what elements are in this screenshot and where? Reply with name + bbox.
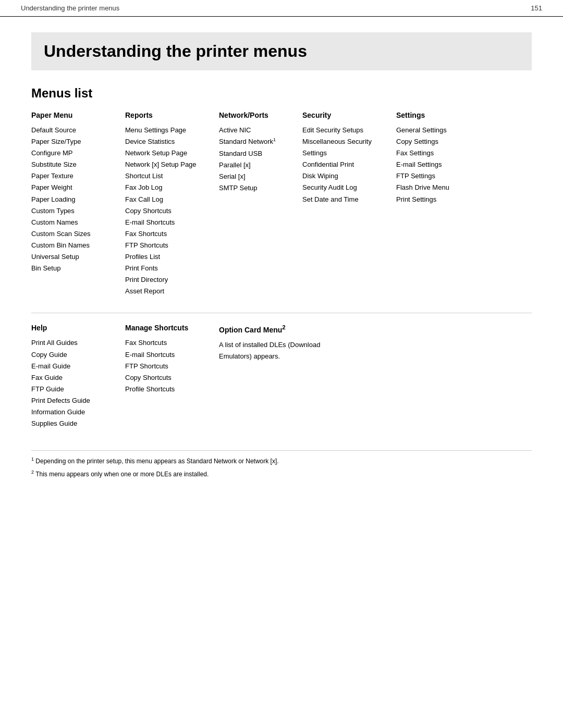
menu-item-3-1: Miscellaneous Security Settings	[302, 136, 386, 159]
menu-item-1-14: Asset Report	[125, 286, 209, 297]
menu-item-4-2: Fax Settings	[396, 147, 480, 159]
second-item-0-0: Print All Guides	[31, 337, 115, 349]
menu-item-4-3: E-mail Settings	[396, 159, 480, 170]
second-item-0-2: E-mail Guide	[31, 361, 115, 372]
chapter-title: Understanding the printer menus	[44, 42, 519, 61]
column-header-0: Paper Menu	[31, 111, 115, 119]
menu-item-0-2: Configure MP	[31, 147, 115, 159]
menu-column-2: Network/PortsActive NICStandard Network1…	[219, 111, 302, 297]
second-item-0-4: FTP Guide	[31, 384, 115, 395]
header-page-number: 151	[531, 4, 542, 12]
menus-grid: Paper MenuDefault SourcePaper Size/TypeC…	[31, 111, 532, 297]
menu-item-0-12: Bin Setup	[31, 263, 115, 274]
menu-item-0-8: Custom Names	[31, 217, 115, 228]
chapter-title-box: Understanding the printer menus	[31, 32, 532, 70]
menu-item-1-13: Print Directory	[125, 274, 209, 286]
second-item-1-3: Copy Shortcuts	[125, 372, 209, 384]
menu-item-2-5: SMTP Setup	[219, 182, 292, 194]
second-column-0: HelpPrint All GuidesCopy GuideE-mail Gui…	[31, 324, 125, 429]
header-title: Understanding the printer menus	[21, 4, 119, 12]
column-header-3: Security	[302, 111, 386, 119]
menu-item-0-11: Universal Setup	[31, 251, 115, 263]
menu-item-1-9: Fax Shortcuts	[125, 228, 209, 240]
menu-item-1-7: Copy Shortcuts	[125, 205, 209, 217]
menu-item-3-5: Set Date and Time	[302, 194, 386, 205]
menu-column-0: Paper MenuDefault SourcePaper Size/TypeC…	[31, 111, 125, 297]
menu-item-1-5: Fax Job Log	[125, 182, 209, 193]
menu-item-0-0: Default Source	[31, 125, 115, 136]
menu-item-0-4: Paper Texture	[31, 170, 115, 182]
menu-item-2-2: Standard USB	[219, 148, 292, 159]
menu-item-2-3: Parallel [x]	[219, 159, 292, 171]
second-item-1-4: Profile Shortcuts	[125, 384, 209, 395]
menu-item-4-5: Flash Drive Menu	[396, 182, 480, 193]
menu-item-1-0: Menu Settings Page	[125, 125, 209, 136]
column-header-2: Network/Ports	[219, 111, 292, 119]
column-header-1: Reports	[125, 111, 209, 119]
menu-item-1-1: Device Statistics	[125, 136, 209, 147]
page-wrapper: Understanding the printer menus 151 Unde…	[0, 0, 563, 728]
menu-item-1-2: Network Setup Page	[125, 147, 209, 159]
section-divider	[31, 313, 532, 313]
menu-item-4-4: FTP Settings	[396, 170, 480, 182]
menu-column-4: SettingsGeneral SettingsCopy SettingsFax…	[396, 111, 490, 297]
menu-item-0-6: Paper Loading	[31, 194, 115, 205]
column-header-4: Settings	[396, 111, 480, 119]
header-bar: Understanding the printer menus 151	[0, 0, 563, 17]
menu-item-2-0: Active NIC	[219, 125, 292, 136]
second-item-0-7: Supplies Guide	[31, 418, 115, 429]
menu-item-0-1: Paper Size/Type	[31, 136, 115, 147]
footnote-1: 2 This menu appears only when one or mor…	[31, 469, 532, 479]
menu-item-4-1: Copy Settings	[396, 136, 480, 147]
menu-item-1-4: Shortcut List	[125, 170, 209, 182]
menu-item-0-5: Paper Weight	[31, 182, 115, 193]
menu-item-2-4: Serial [x]	[219, 171, 292, 182]
second-item-1-2: FTP Shortcuts	[125, 361, 209, 372]
menu-item-0-7: Custom Types	[31, 205, 115, 217]
second-section-grid: HelpPrint All GuidesCopy GuideE-mail Gui…	[31, 324, 532, 429]
menu-item-1-6: Fax Call Log	[125, 194, 209, 205]
menu-item-1-11: Profiles List	[125, 251, 209, 263]
section-title: Menus list	[31, 86, 532, 101]
menu-item-1-12: Print Fonts	[125, 263, 209, 274]
menu-item-3-2: Confidential Print	[302, 159, 386, 170]
menu-item-1-3: Network [x] Setup Page	[125, 159, 209, 170]
second-item-0-1: Copy Guide	[31, 349, 115, 361]
menu-item-2-1: Standard Network1	[219, 136, 292, 147]
second-item-1-0: Fax Shortcuts	[125, 337, 209, 349]
menu-item-1-8: E-mail Shortcuts	[125, 217, 209, 228]
second-item-0-6: Information Guide	[31, 406, 115, 418]
menu-item-4-0: General Settings	[396, 125, 480, 136]
menu-item-0-9: Custom Scan Sizes	[31, 228, 115, 240]
content-area: Understanding the printer menus Menus li…	[0, 17, 563, 503]
second-item-0-5: Print Defects Guide	[31, 395, 115, 406]
second-column-2: Option Card Menu2A list of installed DLE…	[219, 324, 354, 429]
menu-column-1: ReportsMenu Settings PageDevice Statisti…	[125, 111, 219, 297]
menu-item-0-10: Custom Bin Names	[31, 240, 115, 251]
menu-item-4-6: Print Settings	[396, 194, 480, 205]
second-column-header-0: Help	[31, 324, 115, 332]
second-column-header-2: Option Card Menu2	[219, 324, 344, 334]
second-column-1: Manage ShortcutsFax ShortcutsE-mail Shor…	[125, 324, 219, 429]
menu-item-0-3: Substitute Size	[31, 159, 115, 170]
menu-item-3-3: Disk Wiping	[302, 170, 386, 182]
footnote-0: 1 Depending on the printer setup, this m…	[31, 456, 532, 466]
footnotes: 1 Depending on the printer setup, this m…	[31, 450, 532, 479]
second-item-2-0: A list of installed DLEs (Download Emula…	[219, 339, 344, 362]
second-item-0-3: Fax Guide	[31, 372, 115, 384]
menu-item-3-0: Edit Security Setups	[302, 125, 386, 136]
second-item-1-1: E-mail Shortcuts	[125, 349, 209, 361]
menu-column-3: SecurityEdit Security SetupsMiscellaneou…	[302, 111, 396, 297]
menu-item-3-4: Security Audit Log	[302, 182, 386, 193]
menu-item-1-10: FTP Shortcuts	[125, 240, 209, 251]
second-column-header-1: Manage Shortcuts	[125, 324, 209, 332]
